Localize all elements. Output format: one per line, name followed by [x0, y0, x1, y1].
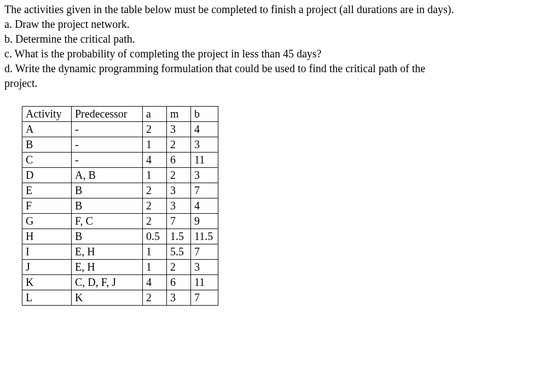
table-row: D A, B 1 2 3 [22, 168, 218, 183]
cell-b: 7 [191, 244, 218, 260]
header-a: a [143, 107, 167, 122]
cell-a: 1 [143, 244, 167, 260]
problem-statement: The activities given in the table below … [4, 2, 546, 91]
cell-activity: A [22, 122, 72, 137]
cell-predecessor: A, B [72, 168, 143, 183]
cell-activity: G [22, 214, 72, 229]
cell-activity: K [22, 275, 72, 290]
table-row: B - 1 2 3 [22, 137, 218, 153]
cell-a: 0.5 [143, 229, 167, 244]
cell-activity: F [22, 198, 72, 214]
cell-b: 11 [191, 275, 218, 290]
cell-predecessor: - [72, 122, 143, 137]
cell-predecessor: B [72, 183, 143, 198]
cell-b: 11.5 [191, 229, 218, 244]
table-row: G F, C 2 7 9 [22, 214, 218, 229]
cell-a: 1 [143, 168, 167, 183]
intro-line: d. Write the dynamic programming formula… [4, 61, 546, 76]
cell-b: 3 [191, 260, 218, 275]
cell-predecessor: - [72, 153, 143, 168]
cell-m: 3 [167, 122, 191, 137]
intro-line: The activities given in the table below … [4, 2, 546, 17]
table-row: K C, D, F, J 4 6 11 [22, 275, 218, 290]
cell-activity: C [22, 153, 72, 168]
cell-activity: L [22, 290, 72, 306]
table-row: E B 2 3 7 [22, 183, 218, 198]
cell-b: 3 [191, 137, 218, 153]
cell-a: 2 [143, 214, 167, 229]
cell-a: 4 [143, 153, 167, 168]
header-b: b [191, 107, 218, 122]
intro-line: b. Determine the critical path. [4, 32, 546, 46]
cell-b: 9 [191, 214, 218, 229]
intro-line: a. Draw the project network. [4, 17, 546, 32]
table-row: I E, H 1 5.5 7 [22, 244, 218, 260]
cell-predecessor: B [72, 198, 143, 214]
cell-m: 1.5 [167, 229, 191, 244]
cell-a: 2 [143, 183, 167, 198]
cell-m: 6 [167, 275, 191, 290]
cell-predecessor: K [72, 290, 143, 306]
header-m: m [167, 107, 191, 122]
cell-m: 7 [167, 214, 191, 229]
cell-predecessor: - [72, 137, 143, 153]
cell-m: 2 [167, 137, 191, 153]
cell-b: 7 [191, 183, 218, 198]
table-row: L K 2 3 7 [22, 290, 218, 306]
table-header-row: Activity Predecessor a m b [22, 107, 218, 122]
intro-line: project. [4, 76, 546, 91]
table-row: F B 2 3 4 [22, 198, 218, 214]
cell-activity: J [22, 260, 72, 275]
cell-m: 6 [167, 153, 191, 168]
cell-m: 3 [167, 183, 191, 198]
intro-line: c. What is the probability of completing… [4, 46, 546, 61]
cell-activity: I [22, 244, 72, 260]
cell-m: 3 [167, 290, 191, 306]
cell-a: 2 [143, 122, 167, 137]
cell-a: 2 [143, 290, 167, 306]
cell-b: 4 [191, 122, 218, 137]
cell-b: 11 [191, 153, 218, 168]
header-activity: Activity [22, 107, 72, 122]
activities-table: Activity Predecessor a m b A - 2 3 4 B -… [22, 106, 218, 306]
cell-predecessor: E, H [72, 260, 143, 275]
cell-b: 7 [191, 290, 218, 306]
cell-predecessor: E, H [72, 244, 143, 260]
cell-b: 4 [191, 198, 218, 214]
cell-m: 2 [167, 260, 191, 275]
cell-m: 3 [167, 198, 191, 214]
table-row: H B 0.5 1.5 11.5 [22, 229, 218, 244]
cell-predecessor: B [72, 229, 143, 244]
cell-m: 5.5 [167, 244, 191, 260]
cell-b: 3 [191, 168, 218, 183]
cell-predecessor: C, D, F, J [72, 275, 143, 290]
cell-predecessor: F, C [72, 214, 143, 229]
table-row: A - 2 3 4 [22, 122, 218, 137]
cell-a: 2 [143, 198, 167, 214]
cell-activity: E [22, 183, 72, 198]
cell-m: 2 [167, 168, 191, 183]
table-row: J E, H 1 2 3 [22, 260, 218, 275]
cell-a: 4 [143, 275, 167, 290]
cell-activity: D [22, 168, 72, 183]
cell-a: 1 [143, 260, 167, 275]
header-predecessor: Predecessor [72, 107, 143, 122]
cell-activity: B [22, 137, 72, 153]
cell-activity: H [22, 229, 72, 244]
table-row: C - 4 6 11 [22, 153, 218, 168]
cell-a: 1 [143, 137, 167, 153]
